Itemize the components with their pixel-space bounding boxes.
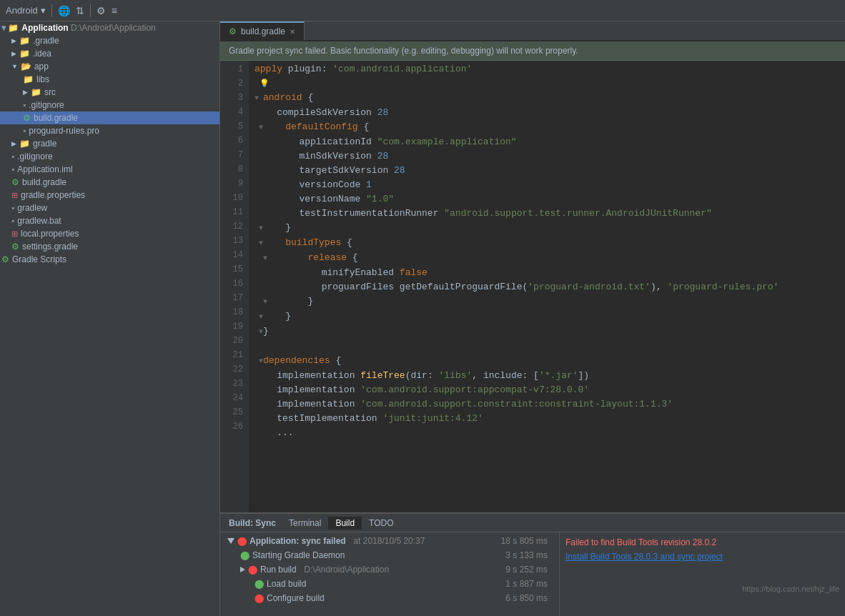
build-log-configure-build[interactable]: ⬤ Configure build 6 s 850 ms	[226, 591, 553, 605]
configure-build-label: Configure build	[267, 591, 325, 605]
main-layout: ▾ 📁 Application D:\Android\Application ▶…	[0, 21, 845, 616]
folder-icon-libs: 📁	[23, 74, 34, 84]
sidebar-label-libs: libs	[36, 74, 49, 84]
build-log-gradle-daemon[interactable]: ⬤ Starting Gradle Daemon 3 s 133 ms	[226, 548, 553, 562]
sidebar-label-build-gradle: build.gradle	[34, 113, 78, 123]
file-icon-gitignore-root: ▪	[11, 151, 14, 162]
sidebar-item-build-gradle-root[interactable]: ⚙ build.gradle	[0, 176, 219, 189]
gradle-icon-root: ⚙	[11, 177, 19, 187]
sidebar-item-gitignore-root[interactable]: ▪ .gitignore	[0, 150, 219, 163]
tab-close-button[interactable]: ✕	[290, 28, 295, 36]
run-build-duration: 9 s 252 ms	[505, 562, 553, 577]
run-build-path: D:\Android\Application	[300, 562, 389, 577]
sidebar-item-gradle-folder[interactable]: ▶ 📁 gradle	[0, 137, 219, 150]
sidebar-label-gitignore-root: .gitignore	[17, 151, 52, 162]
sidebar-label-iml: Application.iml	[17, 164, 72, 174]
sidebar-item-src[interactable]: ▶ 📁 src	[0, 86, 219, 99]
sidebar-item-settings-gradle[interactable]: ⚙ settings.gradle	[0, 240, 219, 253]
sidebar-item-gradlew[interactable]: ▪ gradlew	[0, 202, 219, 214]
success-icon-2: ⬤	[255, 577, 264, 591]
android-label: Android	[6, 5, 38, 16]
build-log-run-build[interactable]: ⬤ Run build D:\Android\Application 9 s 2…	[226, 562, 553, 577]
sidebar-label-2: .idea	[33, 49, 51, 59]
tab-bar: ⚙ build.gradle ✕	[220, 21, 845, 41]
error-icon-1: ⬤	[237, 534, 247, 548]
sidebar-item-iml[interactable]: ▪ Application.iml	[0, 163, 219, 176]
gear-icon[interactable]: ⚙	[97, 5, 106, 16]
sidebar-label: .gradle	[33, 36, 59, 46]
settings-icon[interactable]: ≡	[112, 5, 117, 16]
notification-text: Gradle project sync failed. Basic functi…	[229, 46, 578, 56]
error-icon-3: ⬤	[255, 591, 264, 605]
build-panel: ⬤ Application: sync failed at 2018/10/5 …	[220, 532, 845, 616]
sidebar-item-local-props[interactable]: ⊞ local.properties	[0, 227, 219, 240]
sidebar-item-gitignore-app[interactable]: ▪ .gitignore	[0, 99, 219, 111]
file-icon-iml: ▪	[11, 164, 14, 174]
tab-terminal[interactable]: Terminal	[282, 517, 328, 530]
error-icon-2: ⬤	[248, 562, 257, 577]
sidebar-label-local-props: local.properties	[21, 229, 79, 239]
code-text[interactable]: apply plugin: 'com.android.application' …	[249, 61, 845, 512]
sidebar-item-gradle-props[interactable]: ⊞ gradle.properties	[0, 189, 219, 202]
tab-build-gradle[interactable]: ⚙ build.gradle ✕	[220, 21, 305, 40]
bottom-tab-bar: Build: Sync Terminal Build TODO	[220, 514, 845, 532]
sidebar-label-app: app	[34, 61, 49, 71]
folder-arrow-gradle: ▶	[11, 140, 16, 147]
file-icon-proguard: ▪	[23, 126, 26, 136]
file-icon-gradle-props: ⊞	[11, 191, 18, 200]
split-icon[interactable]: ⇅	[76, 5, 84, 16]
folder-icon-2: 📁	[19, 49, 30, 59]
line-numbers: 12345 678910 1112131415 1617181920 21222…	[220, 61, 249, 512]
expand-right-icon	[240, 567, 245, 572]
notification-bar: Gradle project sync failed. Basic functi…	[220, 41, 845, 61]
sidebar-label-gradle: gradle	[33, 139, 56, 149]
file-icon-gradlew: ▪	[11, 203, 14, 213]
build-install-link[interactable]: Install Build Tools 28.0.3 and sync proj…	[565, 550, 839, 564]
load-build-label: Load build	[267, 577, 306, 591]
build-log: ⬤ Application: sync failed at 2018/10/5 …	[220, 532, 559, 616]
gradle-scripts-icon: ⚙	[1, 254, 9, 264]
sidebar-item-libs[interactable]: 📁 libs	[0, 73, 219, 86]
sidebar-item-idea[interactable]: ▶ 📁 .idea	[0, 47, 219, 60]
tab-build[interactable]: Build	[328, 517, 362, 530]
sidebar-label-gradlew-bat: gradlew.bat	[17, 216, 61, 226]
tab-todo[interactable]: TODO	[362, 517, 400, 530]
sidebar-label-gradle-scripts: Gradle Scripts	[12, 254, 66, 264]
build-log-load-build[interactable]: ⬤ Load build 1 s 887 ms	[226, 577, 553, 591]
android-menu[interactable]: Android ▾	[6, 5, 46, 16]
sidebar-label-build-gradle-root: build.gradle	[22, 177, 66, 187]
load-build-duration: 1 s 887 ms	[505, 577, 553, 591]
sidebar-item-proguard[interactable]: ▪ proguard-rules.pro	[0, 124, 219, 137]
sidebar-label-settings-gradle: settings.gradle	[22, 242, 78, 252]
sidebar-root[interactable]: ▾ 📁 Application D:\Android\Application	[0, 21, 219, 34]
separator-2	[90, 4, 91, 17]
top-toolbar: Android ▾ 🌐 ⇅ ⚙ ≡	[0, 0, 845, 21]
sidebar-item-gradle-hidden[interactable]: ▶ 📁 .gradle	[0, 34, 219, 47]
sync-timestamp: at 2018/10/5 20:37	[349, 534, 425, 548]
success-icon-1: ⬤	[240, 548, 249, 562]
sidebar-item-app[interactable]: ▼ 📂 app	[0, 60, 219, 73]
folder-arrow-right-icon: ▶	[11, 37, 16, 44]
sidebar-root-label: Application D:\Android\Application	[21, 23, 155, 33]
bottom-panel: Build: Sync Terminal Build TODO ⬤ Applic…	[220, 512, 845, 616]
sync-duration: 18 s 805 ms	[501, 534, 553, 548]
gradle-daemon-label: Starting Gradle Daemon	[252, 548, 345, 562]
separator-1	[51, 4, 52, 17]
gradle-icon-settings: ⚙	[11, 242, 19, 252]
folder-icon: 📁	[19, 36, 30, 46]
build-sync-title: Build: Sync	[223, 518, 282, 528]
gradle-icon-1: ⚙	[23, 113, 31, 123]
project-sidebar: ▾ 📁 Application D:\Android\Application ▶…	[0, 21, 220, 616]
code-editor[interactable]: 12345 678910 1112131415 1617181920 21222…	[220, 61, 845, 512]
expand-down-icon	[227, 538, 234, 544]
sidebar-label-gitignore: .gitignore	[29, 100, 64, 110]
sidebar-item-build-gradle-app[interactable]: ⚙ build.gradle	[0, 111, 219, 124]
sidebar-label-proguard: proguard-rules.pro	[29, 126, 99, 136]
sidebar-label-src: src	[44, 87, 56, 97]
build-log-sync-failed[interactable]: ⬤ Application: sync failed at 2018/10/5 …	[226, 534, 553, 548]
globe-icon[interactable]: 🌐	[58, 5, 70, 16]
sidebar-item-gradle-scripts[interactable]: ⚙ Gradle Scripts	[0, 253, 219, 266]
sidebar-label-gradlew: gradlew	[17, 203, 47, 213]
sidebar-item-gradlew-bat[interactable]: ▪ gradlew.bat	[0, 214, 219, 227]
daemon-duration: 3 s 133 ms	[505, 548, 553, 562]
